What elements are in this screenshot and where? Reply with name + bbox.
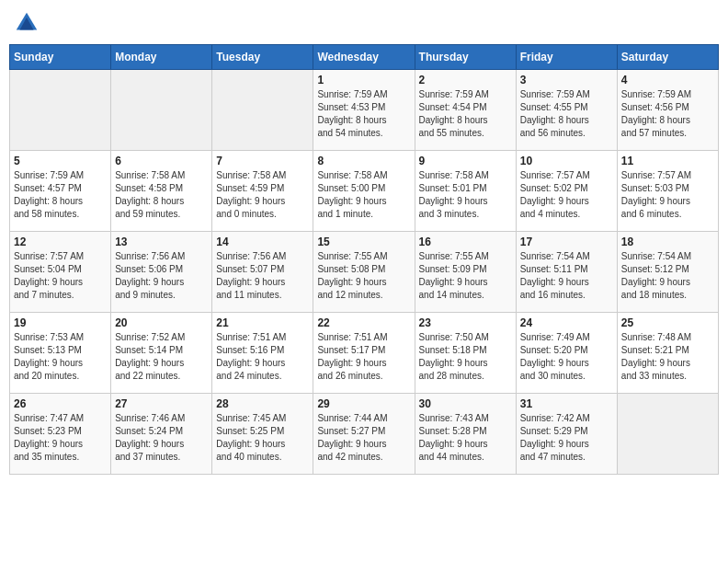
day-number: 14 <box>216 236 309 248</box>
day-number: 2 <box>419 74 512 86</box>
calendar-cell: 16Sunrise: 7:55 AM Sunset: 5:09 PM Dayli… <box>415 232 516 313</box>
calendar-cell: 11Sunrise: 7:57 AM Sunset: 5:03 PM Dayli… <box>617 151 718 232</box>
calendar-header: SundayMondayTuesdayWednesdayThursdayFrid… <box>10 45 719 70</box>
day-number: 6 <box>115 155 208 167</box>
day-info: Sunrise: 7:42 AM Sunset: 5:29 PM Dayligh… <box>520 412 613 464</box>
day-number: 7 <box>216 155 309 167</box>
calendar-week-row: 19Sunrise: 7:53 AM Sunset: 5:13 PM Dayli… <box>10 313 719 394</box>
day-number: 3 <box>520 74 613 86</box>
day-number: 17 <box>520 236 613 248</box>
day-info: Sunrise: 7:54 AM Sunset: 5:11 PM Dayligh… <box>520 250 613 302</box>
calendar-cell <box>212 70 313 151</box>
calendar-cell: 13Sunrise: 7:56 AM Sunset: 5:06 PM Dayli… <box>111 232 212 313</box>
day-info: Sunrise: 7:58 AM Sunset: 4:59 PM Dayligh… <box>216 169 309 221</box>
day-info: Sunrise: 7:55 AM Sunset: 5:09 PM Dayligh… <box>419 250 512 302</box>
calendar-cell: 15Sunrise: 7:55 AM Sunset: 5:08 PM Dayli… <box>313 232 415 313</box>
calendar-cell: 9Sunrise: 7:58 AM Sunset: 5:01 PM Daylig… <box>415 151 516 232</box>
calendar-cell: 20Sunrise: 7:52 AM Sunset: 5:14 PM Dayli… <box>111 313 212 394</box>
weekday-header: Thursday <box>415 45 516 70</box>
calendar-cell: 29Sunrise: 7:44 AM Sunset: 5:27 PM Dayli… <box>313 394 415 475</box>
day-info: Sunrise: 7:47 AM Sunset: 5:23 PM Dayligh… <box>14 412 107 464</box>
calendar-cell: 1Sunrise: 7:59 AM Sunset: 4:53 PM Daylig… <box>313 70 415 151</box>
day-info: Sunrise: 7:50 AM Sunset: 5:18 PM Dayligh… <box>419 331 512 383</box>
day-info: Sunrise: 7:48 AM Sunset: 5:21 PM Dayligh… <box>621 331 714 383</box>
day-number: 27 <box>115 397 208 410</box>
calendar-cell: 25Sunrise: 7:48 AM Sunset: 5:21 PM Dayli… <box>617 313 718 394</box>
logo <box>13 9 44 37</box>
day-number: 18 <box>621 236 714 248</box>
page-header <box>9 9 719 37</box>
calendar-cell: 14Sunrise: 7:56 AM Sunset: 5:07 PM Dayli… <box>212 232 313 313</box>
day-info: Sunrise: 7:51 AM Sunset: 5:16 PM Dayligh… <box>216 331 309 383</box>
weekday-header: Friday <box>516 45 617 70</box>
calendar-cell: 19Sunrise: 7:53 AM Sunset: 5:13 PM Dayli… <box>10 313 111 394</box>
calendar-cell: 31Sunrise: 7:42 AM Sunset: 5:29 PM Dayli… <box>516 394 617 475</box>
day-info: Sunrise: 7:49 AM Sunset: 5:20 PM Dayligh… <box>520 331 613 383</box>
weekday-row: SundayMondayTuesdayWednesdayThursdayFrid… <box>10 45 719 70</box>
day-number: 1 <box>317 74 410 86</box>
day-number: 9 <box>419 155 512 167</box>
calendar-cell <box>617 394 718 475</box>
calendar-week-row: 5Sunrise: 7:59 AM Sunset: 4:57 PM Daylig… <box>10 151 719 232</box>
day-number: 4 <box>621 74 714 86</box>
day-info: Sunrise: 7:59 AM Sunset: 4:54 PM Dayligh… <box>419 88 512 140</box>
day-info: Sunrise: 7:52 AM Sunset: 5:14 PM Dayligh… <box>115 331 208 383</box>
day-info: Sunrise: 7:59 AM Sunset: 4:57 PM Dayligh… <box>14 169 107 221</box>
calendar-cell: 12Sunrise: 7:57 AM Sunset: 5:04 PM Dayli… <box>10 232 111 313</box>
day-info: Sunrise: 7:53 AM Sunset: 5:13 PM Dayligh… <box>14 331 107 383</box>
day-info: Sunrise: 7:59 AM Sunset: 4:53 PM Dayligh… <box>317 88 410 140</box>
day-info: Sunrise: 7:58 AM Sunset: 5:01 PM Dayligh… <box>419 169 512 221</box>
day-info: Sunrise: 7:46 AM Sunset: 5:24 PM Dayligh… <box>115 412 208 464</box>
calendar-cell: 10Sunrise: 7:57 AM Sunset: 5:02 PM Dayli… <box>516 151 617 232</box>
day-number: 23 <box>419 316 512 329</box>
day-number: 25 <box>621 316 714 329</box>
day-number: 20 <box>115 316 208 329</box>
day-info: Sunrise: 7:54 AM Sunset: 5:12 PM Dayligh… <box>621 250 714 302</box>
day-number: 19 <box>14 316 107 329</box>
day-number: 24 <box>520 316 613 329</box>
calendar-week-row: 1Sunrise: 7:59 AM Sunset: 4:53 PM Daylig… <box>10 70 719 151</box>
calendar-cell: 17Sunrise: 7:54 AM Sunset: 5:11 PM Dayli… <box>516 232 617 313</box>
calendar-table: SundayMondayTuesdayWednesdayThursdayFrid… <box>9 44 719 475</box>
calendar-cell: 2Sunrise: 7:59 AM Sunset: 4:54 PM Daylig… <box>415 70 516 151</box>
day-number: 26 <box>14 397 107 410</box>
day-number: 8 <box>317 155 410 167</box>
day-number: 31 <box>520 397 613 410</box>
day-info: Sunrise: 7:57 AM Sunset: 5:04 PM Dayligh… <box>14 250 107 302</box>
calendar-cell: 4Sunrise: 7:59 AM Sunset: 4:56 PM Daylig… <box>617 70 718 151</box>
day-info: Sunrise: 7:59 AM Sunset: 4:55 PM Dayligh… <box>520 88 613 140</box>
calendar-cell: 30Sunrise: 7:43 AM Sunset: 5:28 PM Dayli… <box>415 394 516 475</box>
weekday-header: Sunday <box>10 45 111 70</box>
day-number: 10 <box>520 155 613 167</box>
day-info: Sunrise: 7:44 AM Sunset: 5:27 PM Dayligh… <box>317 412 410 464</box>
day-number: 16 <box>419 236 512 248</box>
calendar-week-row: 26Sunrise: 7:47 AM Sunset: 5:23 PM Dayli… <box>10 394 719 475</box>
calendar-cell: 26Sunrise: 7:47 AM Sunset: 5:23 PM Dayli… <box>10 394 111 475</box>
day-info: Sunrise: 7:56 AM Sunset: 5:06 PM Dayligh… <box>115 250 208 302</box>
calendar-body: 1Sunrise: 7:59 AM Sunset: 4:53 PM Daylig… <box>10 70 719 475</box>
day-info: Sunrise: 7:51 AM Sunset: 5:17 PM Dayligh… <box>317 331 410 383</box>
calendar-cell: 6Sunrise: 7:58 AM Sunset: 4:58 PM Daylig… <box>111 151 212 232</box>
calendar-cell: 21Sunrise: 7:51 AM Sunset: 5:16 PM Dayli… <box>212 313 313 394</box>
day-number: 5 <box>14 155 107 167</box>
day-number: 22 <box>317 316 410 329</box>
day-info: Sunrise: 7:45 AM Sunset: 5:25 PM Dayligh… <box>216 412 309 464</box>
calendar-cell: 3Sunrise: 7:59 AM Sunset: 4:55 PM Daylig… <box>516 70 617 151</box>
day-info: Sunrise: 7:57 AM Sunset: 5:02 PM Dayligh… <box>520 169 613 221</box>
day-info: Sunrise: 7:43 AM Sunset: 5:28 PM Dayligh… <box>419 412 512 464</box>
calendar-cell <box>10 70 111 151</box>
calendar-cell: 24Sunrise: 7:49 AM Sunset: 5:20 PM Dayli… <box>516 313 617 394</box>
day-number: 29 <box>317 397 410 410</box>
calendar-cell <box>111 70 212 151</box>
day-number: 13 <box>115 236 208 248</box>
logo-icon <box>13 9 40 37</box>
calendar-cell: 22Sunrise: 7:51 AM Sunset: 5:17 PM Dayli… <box>313 313 415 394</box>
weekday-header: Tuesday <box>212 45 313 70</box>
weekday-header: Saturday <box>617 45 718 70</box>
day-info: Sunrise: 7:58 AM Sunset: 5:00 PM Dayligh… <box>317 169 410 221</box>
day-info: Sunrise: 7:56 AM Sunset: 5:07 PM Dayligh… <box>216 250 309 302</box>
day-number: 30 <box>419 397 512 410</box>
weekday-header: Monday <box>111 45 212 70</box>
calendar-cell: 28Sunrise: 7:45 AM Sunset: 5:25 PM Dayli… <box>212 394 313 475</box>
day-number: 11 <box>621 155 714 167</box>
